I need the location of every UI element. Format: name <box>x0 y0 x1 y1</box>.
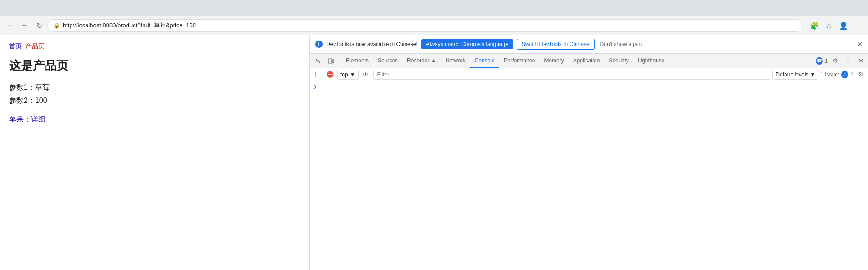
devtools-tabs-right: 💬 1 ⚙ ⋮ ✕ <box>816 56 866 66</box>
notification-info-icon: i <box>315 41 323 48</box>
console-prompt-arrow[interactable]: ❯ <box>313 83 317 90</box>
toolbar-right: 🧩 ☆ 👤 ⋮ <box>808 19 864 32</box>
devtools-close-button[interactable]: ✕ <box>855 56 866 66</box>
reload-button[interactable]: ↻ <box>33 19 46 32</box>
forward-button[interactable]: → <box>18 19 31 32</box>
context-chevron: ▼ <box>350 71 355 78</box>
breadcrumb-home-link[interactable]: 首页 <box>9 42 22 50</box>
messages-count: 1 <box>825 58 828 64</box>
console-settings-button[interactable]: ⚙ <box>855 69 866 80</box>
tab-security[interactable]: Security <box>604 54 633 68</box>
devtools-panel: i DevTools is now available in Chinese! … <box>310 35 868 270</box>
devtools-tabs: Elements Sources Recorder ▲ Network Cons… <box>310 54 868 68</box>
always-match-button[interactable]: Always match Chrome's language <box>421 39 513 49</box>
tab-bar <box>0 0 868 16</box>
notification-close-button[interactable]: ✕ <box>857 41 863 48</box>
svg-rect-0 <box>328 59 332 63</box>
device-toolbar-icon[interactable] <box>324 55 337 67</box>
devtools-notification: i DevTools is now available in Chinese! … <box>310 35 868 54</box>
menu-button[interactable]: ⋮ <box>852 19 864 32</box>
clear-console-button[interactable]: ⛔ <box>324 69 335 80</box>
messages-icon: 💬 <box>816 57 823 65</box>
eye-button[interactable]: 👁 <box>360 69 371 80</box>
devtools-more-button[interactable]: ⋮ <box>842 56 853 66</box>
dont-show-link[interactable]: Don't show again <box>600 41 642 47</box>
param1-text: 参数1：草莓 <box>9 83 300 92</box>
default-levels-label: Default levels <box>776 71 808 78</box>
nav-bar: ← → ↻ 🔒 http://localhost:8080/product?fr… <box>0 16 868 35</box>
tab-console[interactable]: Console <box>470 54 499 68</box>
back-button[interactable]: ← <box>4 19 16 32</box>
messages-badge: 💬 1 <box>816 57 828 65</box>
levels-chevron: ▼ <box>810 71 815 78</box>
url-text: http://localhost:8080/product?fruit=草莓&p… <box>63 21 196 30</box>
notification-text: DevTools is now available in Chinese! <box>326 41 418 47</box>
extensions-button[interactable]: 🧩 <box>808 19 821 32</box>
console-content: ❯ <box>310 81 868 270</box>
console-toolbar: ⛔ top ▼ 👁 Default levels ▼ 1 Issue: ⚠ 1 … <box>310 68 868 81</box>
default-levels-selector[interactable]: Default levels ▼ <box>772 70 818 80</box>
tab-recorder[interactable]: Recorder ▲ <box>402 54 441 68</box>
lock-icon: 🔒 <box>53 22 60 29</box>
issues-count-display: 1 Issue: ⚠ 1 <box>820 71 853 78</box>
svg-rect-2 <box>314 72 320 77</box>
switch-devtools-button[interactable]: Switch DevTools to Chinese <box>517 39 595 50</box>
page-title: 这是产品页 <box>9 58 300 74</box>
breadcrumb: 首页 产品页 <box>9 42 300 51</box>
address-bar[interactable]: 🔒 http://localhost:8080/product?fruit=草莓… <box>47 19 802 32</box>
context-label: top <box>340 71 348 78</box>
param2-text: 参数2：100 <box>9 96 300 106</box>
breadcrumb-current-link[interactable]: 产品页 <box>26 42 45 50</box>
issues-number: 1 <box>850 71 853 78</box>
svg-rect-1 <box>332 60 334 63</box>
tab-network[interactable]: Network <box>441 54 470 68</box>
profile-button[interactable]: 👤 <box>837 19 850 32</box>
tab-elements[interactable]: Elements <box>341 54 373 68</box>
bookmark-button[interactable]: ☆ <box>822 19 835 32</box>
browser-chrome: ← → ↻ 🔒 http://localhost:8080/product?fr… <box>0 0 868 35</box>
main-layout: 首页 产品页 这是产品页 参数1：草莓 参数2：100 苹果：详细 i DevT… <box>0 35 868 270</box>
tab-divider <box>339 57 339 65</box>
context-selector[interactable]: top ▼ <box>337 70 359 80</box>
filter-input[interactable] <box>373 70 771 80</box>
devtools-settings-button[interactable]: ⚙ <box>830 56 841 66</box>
apple-detail-link[interactable]: 苹果：详细 <box>9 115 46 124</box>
issues-label: 1 Issue: <box>820 71 839 78</box>
tab-memory[interactable]: Memory <box>539 54 568 68</box>
inspect-element-icon[interactable] <box>312 55 324 67</box>
tab-lighthouse[interactable]: Lighthouse <box>633 54 669 68</box>
tab-sources[interactable]: Sources <box>373 54 402 68</box>
issues-icon: ⚠ <box>841 71 848 78</box>
page-content: 首页 产品页 这是产品页 参数1：草莓 参数2：100 苹果：详细 <box>0 35 310 270</box>
tab-application[interactable]: Application <box>569 54 605 68</box>
tab-performance[interactable]: Performance <box>499 54 540 68</box>
sidebar-toggle-button[interactable] <box>312 69 323 80</box>
